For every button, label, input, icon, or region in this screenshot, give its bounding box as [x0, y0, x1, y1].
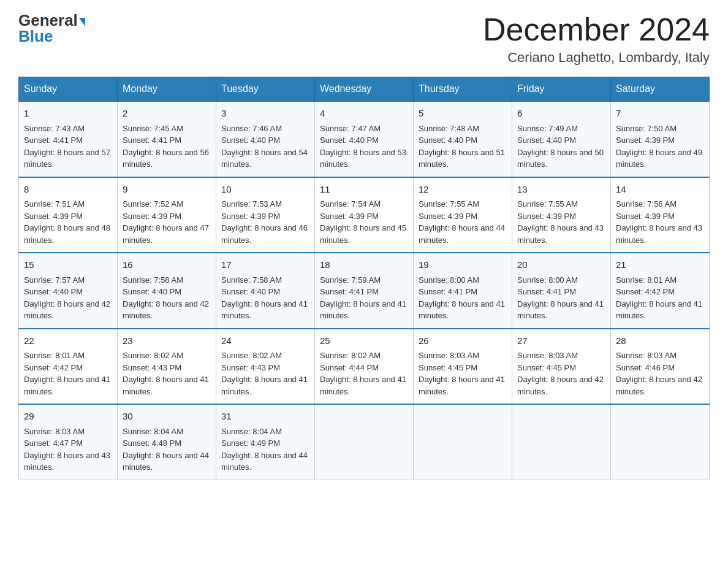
calendar-cell: [414, 404, 512, 480]
day-number: 8: [24, 183, 112, 197]
weekday-header-thursday: Thursday: [414, 77, 512, 102]
calendar-cell: 8Sunrise: 7:51 AMSunset: 4:39 PMDaylight…: [19, 177, 118, 253]
cell-content: 4Sunrise: 7:47 AMSunset: 4:40 PMDaylight…: [320, 107, 408, 170]
cell-content: 11Sunrise: 7:54 AMSunset: 4:39 PMDayligh…: [320, 183, 408, 247]
calendar-cell: 22Sunrise: 8:01 AMSunset: 4:42 PMDayligh…: [19, 329, 118, 405]
calendar-cell: 12Sunrise: 7:55 AMSunset: 4:39 PMDayligh…: [414, 177, 512, 253]
day-number: 10: [221, 183, 309, 197]
location-title: Ceriano Laghetto, Lombardy, Italy: [483, 50, 710, 66]
day-number: 23: [123, 334, 211, 348]
cell-content: 31Sunrise: 8:04 AMSunset: 4:49 PMDayligh…: [221, 410, 309, 473]
weekday-header-tuesday: Tuesday: [216, 77, 315, 102]
page-header: General Blue December 2024 Ceriano Laghe…: [18, 12, 710, 66]
calendar-cell: 19Sunrise: 8:00 AMSunset: 4:41 PMDayligh…: [414, 253, 512, 329]
cell-content: 7Sunrise: 7:50 AMSunset: 4:39 PMDaylight…: [616, 107, 704, 170]
calendar-cell: [512, 404, 611, 480]
cell-content: 24Sunrise: 8:02 AMSunset: 4:43 PMDayligh…: [221, 334, 309, 398]
logo-top: General: [18, 12, 85, 28]
calendar-week-row: 8Sunrise: 7:51 AMSunset: 4:39 PMDaylight…: [19, 177, 710, 253]
calendar-cell: 15Sunrise: 7:57 AMSunset: 4:40 PMDayligh…: [19, 253, 118, 329]
cell-content: 20Sunrise: 8:00 AMSunset: 4:41 PMDayligh…: [517, 258, 605, 322]
calendar-cell: 29Sunrise: 8:03 AMSunset: 4:47 PMDayligh…: [19, 404, 118, 480]
cell-content: 27Sunrise: 8:03 AMSunset: 4:45 PMDayligh…: [517, 334, 605, 398]
calendar-cell: 14Sunrise: 7:56 AMSunset: 4:39 PMDayligh…: [611, 177, 710, 253]
calendar-cell: 28Sunrise: 8:03 AMSunset: 4:46 PMDayligh…: [611, 329, 710, 405]
day-number: 1: [24, 107, 112, 121]
calendar-cell: 2Sunrise: 7:45 AMSunset: 4:41 PMDaylight…: [118, 101, 216, 177]
day-number: 26: [419, 334, 507, 348]
calendar-cell: 11Sunrise: 7:54 AMSunset: 4:39 PMDayligh…: [315, 177, 414, 253]
day-number: 27: [517, 334, 605, 348]
day-number: 25: [320, 334, 408, 348]
day-number: 14: [616, 183, 704, 197]
cell-content: 18Sunrise: 7:59 AMSunset: 4:41 PMDayligh…: [320, 258, 408, 322]
calendar-cell: 20Sunrise: 8:00 AMSunset: 4:41 PMDayligh…: [512, 253, 611, 329]
day-number: 2: [123, 107, 211, 121]
cell-content: 25Sunrise: 8:02 AMSunset: 4:44 PMDayligh…: [320, 334, 408, 398]
cell-content: 3Sunrise: 7:46 AMSunset: 4:40 PMDaylight…: [221, 107, 309, 170]
day-number: 3: [221, 107, 309, 121]
day-number: 9: [123, 183, 211, 197]
cell-content: 2Sunrise: 7:45 AMSunset: 4:41 PMDaylight…: [123, 107, 211, 170]
day-number: 28: [616, 334, 704, 348]
calendar-cell: 21Sunrise: 8:01 AMSunset: 4:42 PMDayligh…: [611, 253, 710, 329]
day-number: 12: [419, 183, 507, 197]
calendar-cell: 13Sunrise: 7:55 AMSunset: 4:39 PMDayligh…: [512, 177, 611, 253]
cell-content: 17Sunrise: 7:58 AMSunset: 4:40 PMDayligh…: [221, 258, 309, 322]
cell-content: 19Sunrise: 8:00 AMSunset: 4:41 PMDayligh…: [419, 258, 507, 322]
calendar-header-row: SundayMondayTuesdayWednesdayThursdayFrid…: [19, 77, 710, 102]
cell-content: 21Sunrise: 8:01 AMSunset: 4:42 PMDayligh…: [616, 258, 704, 322]
calendar-cell: 6Sunrise: 7:49 AMSunset: 4:40 PMDaylight…: [512, 101, 611, 177]
cell-content: 12Sunrise: 7:55 AMSunset: 4:39 PMDayligh…: [419, 183, 507, 247]
cell-content: 28Sunrise: 8:03 AMSunset: 4:46 PMDayligh…: [616, 334, 704, 398]
calendar-cell: 31Sunrise: 8:04 AMSunset: 4:49 PMDayligh…: [216, 404, 315, 480]
calendar-cell: 26Sunrise: 8:03 AMSunset: 4:45 PMDayligh…: [414, 329, 512, 405]
day-number: 16: [123, 258, 211, 272]
cell-content: 9Sunrise: 7:52 AMSunset: 4:39 PMDaylight…: [123, 183, 211, 247]
day-number: 24: [221, 334, 309, 348]
calendar-cell: 5Sunrise: 7:48 AMSunset: 4:40 PMDaylight…: [414, 101, 512, 177]
weekday-header-monday: Monday: [118, 77, 216, 102]
cell-content: 1Sunrise: 7:43 AMSunset: 4:41 PMDaylight…: [24, 107, 112, 170]
day-number: 17: [221, 258, 309, 272]
calendar-cell: 16Sunrise: 7:58 AMSunset: 4:40 PMDayligh…: [118, 253, 216, 329]
calendar-week-row: 22Sunrise: 8:01 AMSunset: 4:42 PMDayligh…: [19, 329, 710, 405]
day-number: 30: [123, 410, 211, 424]
calendar-cell: [315, 404, 414, 480]
day-number: 21: [616, 258, 704, 272]
calendar-cell: 10Sunrise: 7:53 AMSunset: 4:39 PMDayligh…: [216, 177, 315, 253]
cell-content: 22Sunrise: 8:01 AMSunset: 4:42 PMDayligh…: [24, 334, 112, 398]
cell-content: 5Sunrise: 7:48 AMSunset: 4:40 PMDaylight…: [419, 107, 507, 170]
cell-content: 8Sunrise: 7:51 AMSunset: 4:39 PMDaylight…: [24, 183, 112, 247]
logo: General Blue: [18, 12, 85, 44]
day-number: 19: [419, 258, 507, 272]
cell-content: 26Sunrise: 8:03 AMSunset: 4:45 PMDayligh…: [419, 334, 507, 398]
month-title: December 2024: [483, 12, 710, 47]
day-number: 7: [616, 107, 704, 121]
calendar-cell: 1Sunrise: 7:43 AMSunset: 4:41 PMDaylight…: [19, 101, 118, 177]
calendar-cell: [611, 404, 710, 480]
weekday-header-saturday: Saturday: [611, 77, 710, 102]
cell-content: 14Sunrise: 7:56 AMSunset: 4:39 PMDayligh…: [616, 183, 704, 247]
cell-content: 6Sunrise: 7:49 AMSunset: 4:40 PMDaylight…: [517, 107, 605, 170]
day-number: 13: [517, 183, 605, 197]
day-number: 20: [517, 258, 605, 272]
logo-triangle-icon: [79, 18, 85, 26]
calendar-week-row: 29Sunrise: 8:03 AMSunset: 4:47 PMDayligh…: [19, 404, 710, 480]
day-number: 4: [320, 107, 408, 121]
calendar-cell: 17Sunrise: 7:58 AMSunset: 4:40 PMDayligh…: [216, 253, 315, 329]
calendar-cell: 9Sunrise: 7:52 AMSunset: 4:39 PMDaylight…: [118, 177, 216, 253]
cell-content: 15Sunrise: 7:57 AMSunset: 4:40 PMDayligh…: [24, 258, 112, 322]
calendar-week-row: 15Sunrise: 7:57 AMSunset: 4:40 PMDayligh…: [19, 253, 710, 329]
calendar-cell: 24Sunrise: 8:02 AMSunset: 4:43 PMDayligh…: [216, 329, 315, 405]
calendar-cell: 18Sunrise: 7:59 AMSunset: 4:41 PMDayligh…: [315, 253, 414, 329]
weekday-header-wednesday: Wednesday: [315, 77, 414, 102]
day-number: 29: [24, 410, 112, 424]
cell-content: 29Sunrise: 8:03 AMSunset: 4:47 PMDayligh…: [24, 410, 112, 473]
day-number: 31: [221, 410, 309, 424]
day-number: 18: [320, 258, 408, 272]
calendar-cell: 30Sunrise: 8:04 AMSunset: 4:48 PMDayligh…: [118, 404, 216, 480]
day-number: 6: [517, 107, 605, 121]
weekday-header-friday: Friday: [512, 77, 611, 102]
day-number: 11: [320, 183, 408, 197]
